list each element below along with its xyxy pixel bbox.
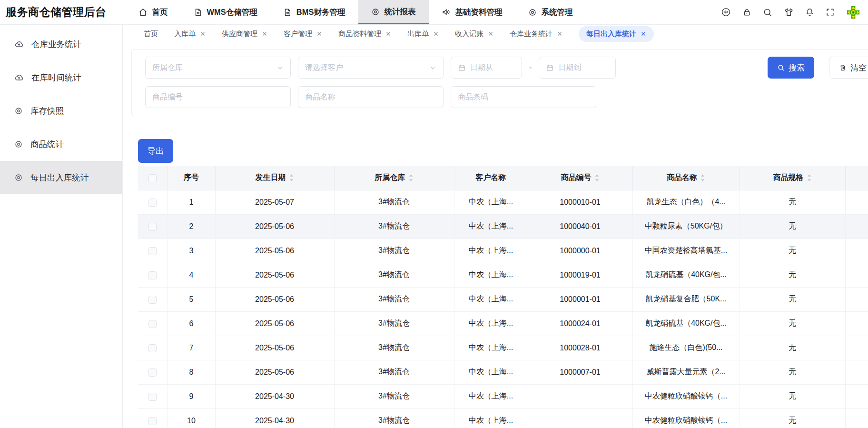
language-icon[interactable]: 中: [721, 7, 731, 17]
close-icon[interactable]: [200, 31, 206, 37]
tab-5[interactable]: 出库单: [407, 30, 439, 39]
sort-icon[interactable]: [289, 173, 294, 182]
row-checkbox[interactable]: [148, 368, 157, 377]
tab-3[interactable]: 客户管理: [284, 30, 322, 39]
cell-spec: 无: [740, 239, 845, 263]
cell-name: 中国农资楚裕高塔氯基...: [632, 239, 740, 263]
section-divider: [138, 125, 863, 125]
sidebar-item-3[interactable]: 商品统计: [0, 128, 122, 161]
search-icon[interactable]: [763, 8, 772, 17]
sidebar-item-4[interactable]: 每日出入库统计: [0, 161, 122, 194]
row-checkbox[interactable]: [148, 296, 157, 304]
table-row[interactable]: 102025-04-303#物流仓中农（上海...中农健粒欣硝酸铵钙（...无: [138, 408, 868, 428]
nav-item-4[interactable]: 基础资料管理: [429, 0, 515, 24]
row-checkbox[interactable]: [148, 223, 157, 231]
tab-2[interactable]: 供应商管理: [222, 30, 267, 39]
tab-1[interactable]: 入库单: [174, 30, 206, 39]
row-checkbox[interactable]: [148, 393, 157, 401]
close-icon[interactable]: [262, 31, 267, 37]
table-row[interactable]: 12025-05-073#物流仓中农（上海...1000010-01凯龙生态（白…: [138, 190, 868, 214]
cell-spec: 无: [740, 311, 845, 336]
search-button[interactable]: 搜索: [768, 57, 814, 79]
table-row[interactable]: 92025-04-303#物流仓中农（上海...中农健粒欣硝酸铵钙（...无: [138, 384, 868, 408]
theme-icon[interactable]: [784, 7, 794, 17]
fullscreen-icon[interactable]: [826, 8, 835, 17]
close-icon[interactable]: [316, 31, 322, 37]
tab-0[interactable]: 首页: [144, 30, 158, 39]
export-button[interactable]: 导出: [138, 139, 173, 163]
table-row[interactable]: 72025-05-063#物流仓中农（上海...1000028-01施途生态（白…: [138, 336, 868, 360]
row-checkbox[interactable]: [148, 320, 157, 328]
row-checkbox[interactable]: [148, 199, 157, 207]
table-row[interactable]: 22025-05-063#物流仓中农（上海...1000040-01中颗粒尿素（…: [138, 214, 868, 239]
cloud-upload-icon: [14, 73, 24, 82]
close-icon[interactable]: [385, 31, 391, 37]
customer-select[interactable]: 请选择客户: [298, 57, 444, 79]
nav-item-5[interactable]: 系统管理: [515, 0, 586, 24]
warehouse-select[interactable]: 所属仓库: [145, 57, 291, 79]
product-barcode-input[interactable]: [451, 86, 596, 108]
row-checkbox[interactable]: [148, 247, 157, 255]
row-checkbox[interactable]: [148, 417, 157, 425]
cell-date: 2025-05-06: [215, 336, 334, 360]
table-row[interactable]: 32025-05-063#物流仓中农（上海...1000000-01中国农资楚裕…: [138, 239, 868, 263]
notifications-icon[interactable]: [805, 8, 814, 17]
close-icon[interactable]: [488, 31, 493, 37]
close-icon[interactable]: [641, 31, 646, 37]
header-cell-spec[interactable]: 商品规格: [740, 166, 845, 190]
date-from-picker[interactable]: 日期从: [451, 57, 522, 79]
sidebar-item-1[interactable]: 在库时间统计: [0, 61, 122, 94]
column-label: 序号: [184, 173, 199, 183]
sort-icon[interactable]: [807, 173, 812, 182]
nav-item-3[interactable]: 统计报表: [358, 0, 429, 24]
header-cell-code[interactable]: 商品编号: [528, 166, 632, 190]
cell-seq: 7: [168, 336, 215, 360]
sort-icon[interactable]: [700, 173, 705, 182]
select-all-checkbox[interactable]: [148, 174, 157, 182]
header-cell-date[interactable]: 发生日期: [215, 166, 334, 190]
lock-icon[interactable]: [742, 8, 751, 17]
sidebar-item-label: 商品统计: [30, 139, 64, 150]
main-nav: 首页WMS仓储管理BMS财务管理统计报表基础资料管理系统管理: [126, 0, 586, 24]
close-icon[interactable]: [433, 31, 439, 37]
product-code-input[interactable]: [145, 86, 291, 108]
clear-button[interactable]: 清空: [829, 57, 868, 79]
tab-8[interactable]: 每日出入库统计: [579, 26, 654, 42]
row-checkbox[interactable]: [148, 344, 157, 352]
tab-6[interactable]: 收入记账: [455, 30, 493, 39]
cell-warehouse: 3#物流仓: [334, 384, 454, 408]
cell-code: [528, 384, 632, 408]
cell-checkbox: [138, 190, 168, 214]
close-icon[interactable]: [557, 31, 562, 37]
row-checkbox[interactable]: [148, 271, 157, 279]
header-cell-warehouse[interactable]: 所属仓库: [334, 166, 454, 190]
date-to-picker[interactable]: 日期到: [539, 57, 616, 79]
sort-icon[interactable]: [408, 173, 414, 182]
header-cell-seq: 序号: [168, 166, 215, 190]
cell-spec: 无: [740, 214, 845, 239]
column-label: 所属仓库: [375, 173, 405, 183]
cell-customer: 中农（上海...: [454, 214, 528, 239]
tab-4[interactable]: 商品资料管理: [338, 30, 391, 39]
avatar-icon[interactable]: [846, 5, 860, 20]
table-row[interactable]: 52025-05-063#物流仓中农（上海...1000001-01凯龙硝基复合…: [138, 287, 868, 311]
tab-7[interactable]: 仓库业务统计: [510, 30, 562, 39]
product-name-input[interactable]: [298, 86, 444, 108]
cell-extra: [845, 336, 868, 360]
cell-spec: 无: [740, 336, 845, 360]
header-cell-name[interactable]: 商品名称: [632, 166, 740, 190]
nav-item-0[interactable]: 首页: [126, 0, 181, 24]
table-row[interactable]: 82025-05-063#物流仓中农（上海...1000007-01威斯普露大量…: [138, 360, 868, 384]
cell-date: 2025-04-30: [215, 384, 334, 408]
table-row[interactable]: 42025-05-063#物流仓中农（上海...1000019-01凯龙硝硫基（…: [138, 263, 868, 287]
sidebar-item-2[interactable]: 库存快照: [0, 94, 122, 128]
sidebar-item-0[interactable]: 仓库业务统计: [0, 28, 122, 61]
document-icon: [194, 8, 202, 17]
cell-spec: 无: [740, 408, 845, 428]
table-row[interactable]: 62025-05-063#物流仓中农（上海...1000024-01凯龙硝硫基（…: [138, 311, 868, 336]
nav-item-1[interactable]: WMS仓储管理: [181, 0, 270, 24]
nav-item-2[interactable]: BMS财务管理: [270, 0, 358, 24]
sort-icon[interactable]: [594, 173, 600, 182]
trash-icon: [839, 64, 847, 71]
cell-warehouse: 3#物流仓: [334, 287, 454, 311]
